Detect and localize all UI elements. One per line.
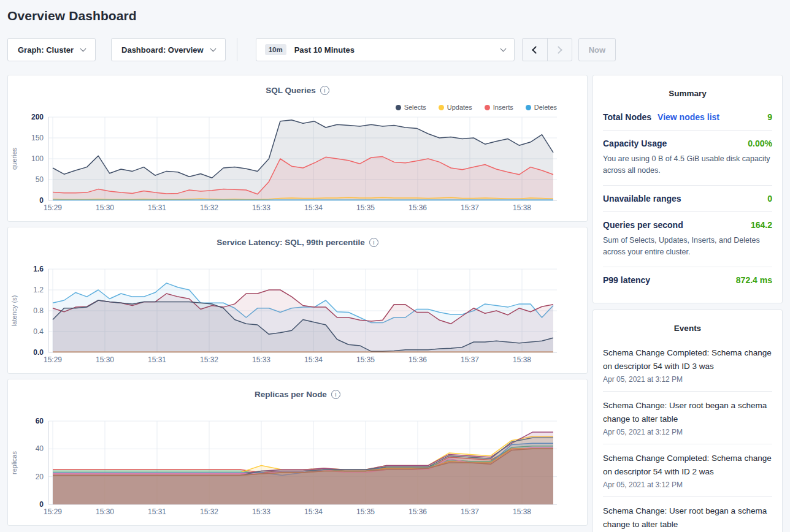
- svg-text:15:29: 15:29: [44, 507, 62, 516]
- sql-queries-chart[interactable]: 15:2915:3015:3115:3215:3315:3415:3515:36…: [8, 111, 587, 214]
- sql-queries-panel: SQL Queries i SelectsUpdatesInsertsDelet…: [7, 75, 588, 222]
- svg-text:0: 0: [39, 500, 44, 509]
- legend-dot-icon: [485, 105, 490, 110]
- legend-item[interactable]: Updates: [439, 104, 472, 111]
- summary-label: Total Nodes: [603, 112, 651, 122]
- svg-text:60: 60: [36, 417, 44, 425]
- summary-value: 164.2: [751, 220, 772, 230]
- summary-value: 872.4 ms: [736, 275, 772, 285]
- controls-bar: Graph: Cluster Dashboard: Overview 10m P…: [7, 38, 783, 61]
- dashboard-dropdown-label: Dashboard: Overview: [121, 45, 204, 55]
- svg-text:15:37: 15:37: [461, 507, 479, 516]
- svg-text:40: 40: [36, 444, 44, 453]
- chart-legend: SelectsUpdatesInsertsDeletes: [396, 104, 557, 111]
- svg-text:15:34: 15:34: [304, 203, 323, 212]
- chevron-left-icon: [532, 46, 540, 54]
- summary-label: P99 latency: [603, 275, 650, 285]
- summary-label: Queries per second: [603, 220, 683, 230]
- svg-text:15:33: 15:33: [252, 355, 270, 364]
- svg-text:50: 50: [36, 175, 44, 184]
- svg-text:0.0: 0.0: [33, 348, 44, 357]
- chart-title: Replicas per Node: [255, 390, 327, 399]
- events-panel: Events Schema Change Completed: Schema c…: [592, 310, 783, 532]
- info-icon[interactable]: i: [320, 86, 329, 95]
- summary-value: 0.00%: [748, 139, 772, 148]
- charts-column: SQL Queries i SelectsUpdatesInsertsDelet…: [7, 75, 588, 526]
- svg-text:15:31: 15:31: [148, 355, 166, 364]
- event-item[interactable]: Schema Change Completed: Schema change o…: [603, 444, 772, 496]
- summary-panel: Summary Total Nodes View nodes list 9 Ca…: [592, 75, 783, 303]
- time-range-picker[interactable]: 10m Past 10 Minutes: [256, 38, 515, 61]
- summary-row-queries-per-second: Queries per second 164.2 Sum of Selects,…: [603, 212, 772, 267]
- svg-text:15:32: 15:32: [200, 203, 218, 212]
- graph-dropdown-label: Graph: Cluster: [18, 45, 74, 55]
- time-forward-button[interactable]: [547, 39, 572, 61]
- event-timestamp: Apr 05, 2021 at 3:12 PM: [603, 375, 772, 384]
- time-nav-group: [522, 38, 572, 61]
- event-item[interactable]: Schema Change: User root began a schema …: [603, 497, 772, 532]
- event-timestamp: Apr 05, 2021 at 3:12 PM: [603, 428, 772, 436]
- svg-text:15:37: 15:37: [461, 203, 479, 212]
- time-range-label: Past 10 Minutes: [294, 45, 355, 55]
- overview-dashboard-page: Overview Dashboard Graph: Cluster Dashbo…: [0, 0, 790, 532]
- svg-text:15:33: 15:33: [252, 507, 270, 516]
- page-title: Overview Dashboard: [7, 9, 783, 23]
- event-item[interactable]: Schema Change: User root began a schema …: [603, 392, 772, 444]
- legend-item[interactable]: Inserts: [485, 104, 513, 111]
- info-icon[interactable]: i: [369, 238, 378, 247]
- svg-text:20: 20: [36, 473, 44, 481]
- info-icon[interactable]: i: [331, 390, 340, 399]
- svg-text:15:35: 15:35: [356, 507, 375, 516]
- sidebar: Summary Total Nodes View nodes list 9 Ca…: [592, 75, 783, 532]
- summary-subtext: You are using 0 B of 4.5 GiB usable disk…: [603, 153, 772, 177]
- now-button[interactable]: Now: [578, 38, 616, 61]
- svg-text:150: 150: [31, 134, 44, 142]
- event-text: Schema Change: User root began a schema …: [603, 504, 772, 531]
- event-text: Schema Change Completed: Schema change o…: [603, 346, 772, 373]
- event-item[interactable]: Schema Change Completed: Schema change o…: [603, 339, 772, 391]
- svg-text:15:31: 15:31: [148, 203, 166, 212]
- legend-item[interactable]: Deletes: [526, 104, 557, 111]
- dashboard-dropdown[interactable]: Dashboard: Overview: [111, 38, 226, 61]
- time-range-badge: 10m: [265, 44, 286, 55]
- summary-subtext: Sum of Selects, Updates, Inserts, and De…: [603, 235, 772, 259]
- legend-dot-icon: [439, 105, 444, 110]
- replicas-per-node-chart[interactable]: 15:2915:3015:3115:3215:3315:3415:3515:36…: [8, 415, 587, 518]
- svg-text:15:35: 15:35: [356, 203, 375, 212]
- summary-row-unavailable-ranges: Unavailable ranges 0: [603, 186, 772, 211]
- legend-item[interactable]: Selects: [396, 104, 426, 111]
- service-latency-chart[interactable]: 15:2915:3015:3115:3215:3315:3415:3515:36…: [8, 263, 587, 366]
- svg-text:1.2: 1.2: [33, 286, 44, 294]
- svg-text:15:31: 15:31: [148, 507, 166, 516]
- summary-row-p99-latency: P99 latency 872.4 ms: [603, 267, 772, 293]
- svg-text:15:30: 15:30: [96, 355, 114, 364]
- svg-text:100: 100: [31, 154, 44, 163]
- svg-text:15:38: 15:38: [513, 355, 531, 364]
- summary-row-capacity-usage: Capacity Usage 0.00% You are using 0 B o…: [603, 131, 772, 185]
- svg-text:15:30: 15:30: [96, 203, 114, 212]
- summary-title: Summary: [603, 89, 772, 98]
- svg-text:15:30: 15:30: [96, 507, 114, 516]
- svg-text:15:29: 15:29: [44, 355, 62, 364]
- summary-label: Unavailable ranges: [603, 194, 681, 203]
- view-nodes-list-link[interactable]: View nodes list: [658, 112, 719, 122]
- event-timestamp: Apr 05, 2021 at 3:12 PM: [603, 481, 772, 489]
- svg-text:15:38: 15:38: [513, 507, 531, 516]
- svg-text:0.8: 0.8: [33, 306, 44, 315]
- svg-text:0: 0: [39, 196, 44, 205]
- chevron-right-icon: [554, 46, 562, 54]
- svg-text:200: 200: [31, 113, 44, 121]
- chevron-down-icon: [210, 45, 216, 51]
- chart-title: Service Latency: SQL, 99th percentile: [217, 238, 365, 247]
- time-back-button[interactable]: [523, 39, 547, 61]
- chevron-down-icon: [500, 45, 506, 51]
- summary-label: Capacity Usage: [603, 139, 667, 148]
- svg-text:latency (s): latency (s): [10, 295, 18, 327]
- graph-dropdown[interactable]: Graph: Cluster: [7, 38, 96, 61]
- svg-text:15:35: 15:35: [356, 355, 375, 364]
- event-text: Schema Change: User root began a schema …: [603, 399, 772, 426]
- summary-value: 0: [767, 194, 772, 203]
- svg-text:15:34: 15:34: [304, 507, 323, 516]
- controls-divider: [237, 38, 237, 61]
- summary-value: 9: [767, 112, 772, 122]
